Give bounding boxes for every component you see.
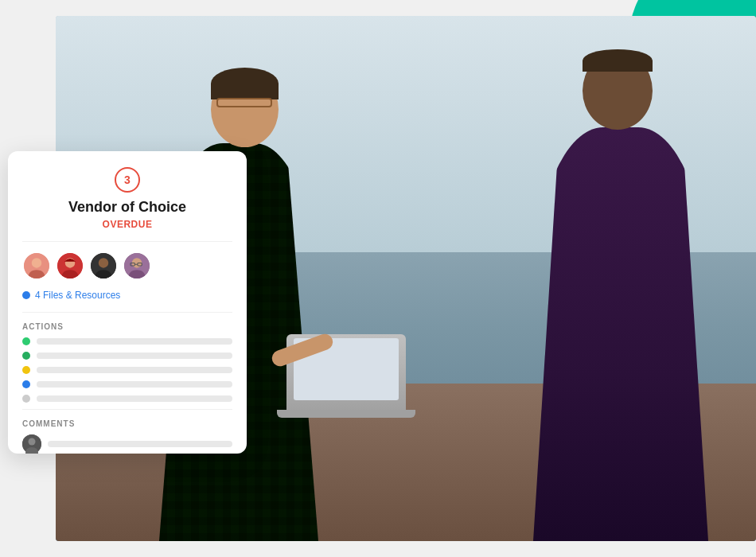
avatar-3	[89, 251, 118, 280]
badge-number: 3	[115, 167, 140, 193]
action-row-2	[22, 352, 232, 360]
avatar-1	[22, 251, 51, 280]
files-resources-link[interactable]: 4 Files & Resources	[22, 290, 232, 301]
comment-row-1	[22, 434, 232, 454]
files-dot-icon	[22, 291, 30, 299]
avatar-4	[123, 251, 151, 280]
action-bar-2	[37, 353, 232, 359]
action-dot-5	[22, 395, 30, 403]
action-row-5	[22, 395, 232, 403]
comments-label: COMMENTS	[22, 419, 232, 428]
actions-label: ACTIONS	[22, 322, 232, 331]
svg-point-5	[99, 258, 108, 267]
task-card: 3 Vendor of Choice OVERDUE	[8, 151, 247, 454]
avatar-2	[56, 251, 84, 280]
action-dot-2	[22, 352, 30, 360]
divider-2	[22, 312, 232, 313]
comment-bar-1	[48, 441, 232, 447]
comment-avatar-1	[22, 434, 41, 454]
action-dot-1	[22, 337, 30, 345]
avatars-row	[22, 251, 232, 280]
action-bar-4	[37, 381, 232, 388]
action-row-3	[22, 366, 232, 374]
action-bar-1	[37, 338, 232, 345]
action-row-1	[22, 337, 232, 345]
action-bar-5	[37, 395, 232, 402]
files-text: 4 Files & Resources	[35, 290, 120, 301]
comments-section: COMMENTS	[22, 419, 232, 454]
action-dot-3	[22, 366, 30, 374]
card-status: OVERDUE	[22, 219, 232, 230]
action-row-4	[22, 380, 232, 388]
divider-3	[22, 409, 232, 410]
divider-1	[22, 241, 232, 242]
svg-point-1	[32, 258, 41, 267]
card-title: Vendor of Choice	[22, 199, 232, 216]
card-badge-container: 3	[22, 167, 232, 193]
action-bar-3	[37, 367, 232, 373]
svg-point-12	[29, 438, 36, 446]
action-dot-4	[22, 380, 30, 388]
